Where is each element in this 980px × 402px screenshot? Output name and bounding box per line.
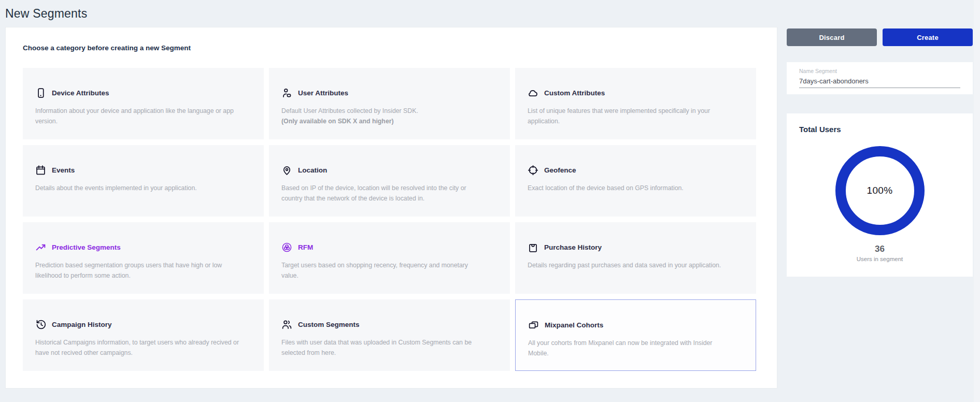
purchase-history-icon (528, 242, 538, 253)
create-button[interactable]: Create (883, 28, 973, 46)
custom-attributes-icon (528, 88, 538, 98)
category-title: Custom Segments (298, 321, 360, 328)
category-description: Based on IP of the device, location will… (269, 176, 510, 204)
events-icon (35, 165, 46, 176)
category-card-geofence[interactable]: Geofence Exact location of the device ba… (515, 145, 756, 217)
category-description: Details regarding past purchases and dat… (515, 253, 756, 271)
category-description: Exact location of the device based on GP… (515, 176, 756, 194)
campaign-history-icon (35, 319, 46, 330)
category-title: Device Attributes (52, 89, 109, 97)
discard-button[interactable]: Discard (787, 28, 877, 46)
category-description: Default User Attributes collected by Ins… (269, 98, 510, 117)
total-users-title: Total Users (799, 125, 960, 134)
donut-percent-label: 100% (867, 185, 893, 196)
users-caption: Users in segment (799, 256, 960, 262)
users-count: 36 (799, 244, 960, 254)
category-title: Location (298, 166, 327, 174)
category-title: RFM (298, 243, 313, 251)
category-description: All your cohorts from Mixpanel can now b… (516, 331, 756, 359)
predictive-segments-icon (35, 242, 46, 253)
category-card-rfm[interactable]: RFM Target users based on shopping recen… (269, 222, 510, 294)
location-icon (281, 165, 292, 176)
category-card-purchase-history[interactable]: Purchase History Details regarding past … (515, 222, 756, 294)
category-card-custom-attributes[interactable]: Custom Attributes List of unique feature… (515, 68, 756, 139)
category-grid: Device Attributes Information about your… (23, 68, 756, 371)
name-segment-label: Name Segment (799, 68, 960, 74)
category-title: Predictive Segments (52, 243, 121, 251)
category-title: Campaign History (52, 321, 112, 328)
panel-subtitle: Choose a category before creating a new … (23, 44, 191, 52)
category-card-device-attributes[interactable]: Device Attributes Information about your… (23, 68, 264, 139)
mixpanel-cohorts-icon (528, 320, 539, 331)
category-description-note: (Only available on SDK X and higher) (269, 117, 510, 127)
category-title: Events (52, 166, 75, 174)
category-card-campaign-history[interactable]: Campaign History Historical Campaigns in… (23, 299, 264, 371)
category-title: Purchase History (544, 243, 602, 251)
category-card-predictive-segments[interactable]: Predictive Segments Prediction based seg… (23, 222, 264, 294)
category-description: Prediction based segmentation groups use… (23, 253, 264, 281)
category-card-user-attributes[interactable]: User Attributes Default User Attributes … (269, 68, 510, 139)
total-users-donut-chart: 100% (835, 146, 925, 235)
scrollbar-track[interactable] (974, 0, 980, 402)
category-description: Historical Campaigns information, to tar… (23, 330, 264, 358)
category-title: Custom Attributes (544, 89, 605, 97)
category-description: Files with user data that was uploaded i… (269, 330, 510, 358)
category-title: User Attributes (298, 89, 348, 97)
category-description: Target users based on shopping recency, … (269, 253, 510, 281)
device-attributes-icon (35, 88, 46, 98)
category-card-events[interactable]: Events Details about the events implemen… (23, 145, 264, 217)
user-attributes-icon (281, 88, 292, 98)
category-description: List of unique features that were implem… (515, 98, 756, 127)
category-card-mixpanel-cohorts[interactable]: Mixpanel Cohorts All your cohorts from M… (515, 299, 756, 371)
geofence-icon (528, 165, 538, 176)
name-segment-input[interactable] (799, 77, 960, 88)
category-description: Information about your device and applic… (23, 98, 264, 127)
category-title: Geofence (544, 166, 576, 174)
rfm-icon (281, 242, 292, 253)
category-card-location[interactable]: Location Based on IP of the device, loca… (269, 145, 510, 217)
name-segment-card: Name Segment (787, 62, 973, 94)
category-panel: Choose a category before creating a new … (5, 27, 777, 389)
category-card-custom-segments[interactable]: Custom Segments Files with user data tha… (269, 299, 510, 371)
total-users-card: Total Users 100% 36 Users in segment (787, 113, 973, 277)
action-buttons: Discard Create (787, 28, 973, 46)
category-title: Mixpanel Cohorts (545, 321, 603, 329)
category-description: Details about the events implemented in … (23, 176, 264, 194)
page-title: New Segments (5, 7, 87, 21)
custom-segments-icon (281, 319, 292, 330)
